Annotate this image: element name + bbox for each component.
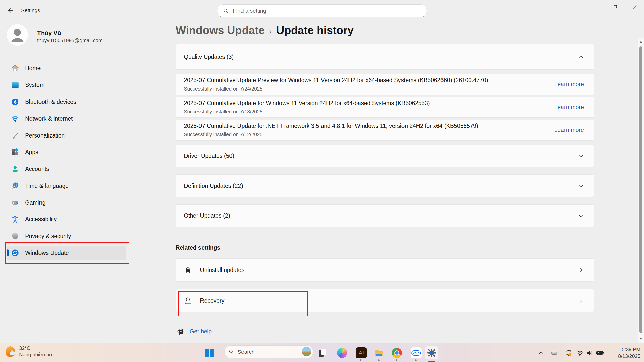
search-icon [229, 349, 234, 355]
sidebar-item-windows-update[interactable]: Windows Update [7, 246, 126, 260]
driver-updates-title: Driver Updates (50) [184, 153, 234, 159]
weather-desc: Nắng nhiều nơi [19, 352, 54, 358]
update-status: Successfully installed on 7/24/2025 [184, 86, 488, 92]
driver-updates-expander[interactable]: Driver Updates (50) [176, 145, 594, 167]
illustrator-icon: Ai [356, 347, 367, 358]
wifi-icon [576, 349, 584, 357]
sidebar-item-apps[interactable]: Apps [7, 145, 126, 159]
sidebar-item-label: Time & language [25, 183, 69, 189]
update-row[interactable]: 2025-07 Cumulative Update for Windows 11… [176, 97, 594, 118]
accounts-icon [11, 165, 19, 173]
other-updates-expander[interactable]: Other Updates (2) [176, 204, 594, 227]
sidebar-item-personalization[interactable]: Personalization [7, 128, 126, 143]
chrome-button[interactable] [390, 346, 404, 359]
update-restart-tray-button[interactable] [562, 346, 575, 359]
quality-updates-expander[interactable]: Quality Updates (3) [176, 44, 594, 70]
recovery-row[interactable]: Recovery [176, 289, 594, 312]
sidebar-item-privacy-security[interactable]: Privacy & security [7, 229, 126, 243]
sidebar-item-home[interactable]: Home [7, 61, 126, 75]
zalo-button[interactable]: Zalo [410, 346, 423, 359]
settings-search-box[interactable] [217, 4, 427, 17]
sidebar-item-gaming[interactable]: Gaming [7, 195, 126, 210]
sidebar-item-label: Personalization [25, 132, 65, 139]
sidebar-item-label: Accessibility [25, 216, 57, 223]
system-tray-group[interactable] [576, 343, 605, 362]
sidebar-item-time-language[interactable]: Time & language [7, 178, 126, 193]
sidebar-item-accessibility[interactable]: Accessibility [7, 212, 126, 227]
sidebar-item-system[interactable]: System [7, 78, 126, 92]
chrome-icon [392, 348, 402, 358]
get-help[interactable]: ? Get help [176, 327, 212, 336]
breadcrumb: Windows Update › Update history [176, 24, 354, 37]
update-row[interactable]: 2025-07 Cumulative Update Preview for Wi… [176, 74, 594, 95]
clock-time: 5:39 PM [618, 346, 640, 353]
paintbrush-icon [11, 131, 19, 140]
cloud-icon [550, 349, 559, 357]
update-status: Successfully installed on 7/13/2025 [184, 109, 430, 115]
sidebar-item-label: Apps [25, 149, 38, 156]
chevron-down-icon[interactable] [578, 183, 584, 189]
back-button[interactable] [6, 6, 15, 15]
file-explorer-button[interactable] [373, 346, 386, 359]
learn-more-link[interactable]: Learn more [554, 127, 584, 133]
svg-text:?: ? [180, 330, 182, 334]
learn-more-link[interactable]: Learn more [554, 81, 584, 88]
settings-search-input[interactable] [232, 7, 410, 14]
sidebar-item-bluetooth-devices[interactable]: Bluetooth & devices [7, 95, 126, 109]
definition-updates-expander[interactable]: Definition Updates (22) [176, 174, 594, 197]
scrollbar[interactable]: ▲ ▼ [638, 38, 644, 343]
chevron-right-icon [578, 298, 584, 303]
sidebar-item-network-internet[interactable]: Network & internet [7, 111, 126, 126]
wifi-icon [11, 114, 19, 123]
running-indicator [360, 359, 361, 361]
chevron-up-icon[interactable] [578, 54, 584, 60]
update-title: 2025-07 Cumulative Update for Windows 11… [184, 100, 430, 107]
globe-clock-icon [11, 182, 19, 190]
avatar[interactable] [6, 24, 28, 46]
clock-date: 8/13/2025 [618, 353, 640, 360]
taskbar: 32°C Nắng nhiều nơi Search Ai [0, 343, 644, 362]
illustrator-button[interactable]: Ai [355, 346, 368, 359]
settings-app-button[interactable] [425, 346, 438, 359]
taskbar-clock[interactable]: 5:39 PM 8/13/2025 [618, 346, 640, 360]
chevron-down-icon[interactable] [578, 213, 584, 219]
sidebar-item-accounts[interactable]: Accounts [7, 162, 126, 176]
help-icon: ? [176, 327, 185, 336]
start-button[interactable] [203, 346, 216, 359]
get-help-label[interactable]: Get help [190, 328, 212, 335]
recovery-label: Recovery [200, 297, 224, 304]
copilot-button[interactable] [336, 346, 349, 359]
taskbar-search[interactable]: Search [224, 345, 313, 358]
running-indicator [378, 359, 380, 361]
accessibility-icon [11, 215, 19, 223]
task-view-button[interactable] [316, 346, 330, 359]
learn-more-link[interactable]: Learn more [554, 104, 584, 111]
hidden-icons-button[interactable] [535, 346, 546, 359]
restore-button[interactable] [606, 0, 624, 14]
recovery-icon [183, 296, 193, 305]
uninstall-updates-row[interactable]: Uninstall updates [176, 258, 594, 282]
close-button[interactable] [625, 0, 644, 14]
minimize-icon [593, 4, 599, 10]
sidebar-item-label: System [25, 82, 45, 88]
file-explorer-icon [374, 348, 384, 358]
scroll-down-arrow[interactable]: ▼ [639, 337, 643, 341]
weather-temp: 32°C [19, 345, 54, 351]
running-indicator [396, 359, 397, 361]
zalo-icon: Zalo [411, 347, 422, 358]
scroll-up-arrow[interactable]: ▲ [639, 40, 643, 44]
gear-icon [427, 348, 437, 358]
update-status: Successfully installed on 7/12/2025 [184, 132, 478, 138]
weather-widget[interactable]: 32°C Nắng nhiều nơi [3, 345, 56, 358]
onedrive-button[interactable] [548, 346, 560, 359]
bing-daily-image[interactable] [301, 346, 312, 357]
chevron-down-icon[interactable] [578, 153, 584, 159]
sidebar-item-label: Gaming [25, 199, 46, 206]
scrollbar-thumb[interactable] [639, 46, 642, 333]
sidebar-item-label: Privacy & security [25, 233, 71, 240]
uninstall-updates-label: Uninstall updates [200, 267, 244, 274]
trash-icon [183, 265, 193, 275]
minimize-button[interactable] [587, 0, 606, 14]
breadcrumb-parent[interactable]: Windows Update [176, 24, 265, 37]
update-row[interactable]: 2025-07 Cumulative Update for .NET Frame… [176, 120, 594, 141]
